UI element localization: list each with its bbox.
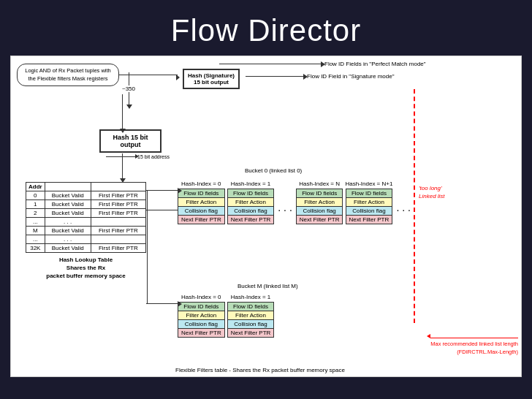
bucket-m-label: Bucket M (linked list M) — [238, 283, 298, 289]
bottom-filter-group: Hash-Index = 0 Flow ID fields Filter Act… — [178, 294, 274, 338]
flow-id-perfect-label: Flow ID Fields in "Perfect Match mode" — [324, 61, 426, 67]
bucket0-label: Bucket 0 (linked list 0) — [245, 167, 302, 174]
hash-sig-box: Hash (Signature) 15 bit output — [183, 69, 240, 89]
flexible-label: Flexible Filters table - Shares the Rx p… — [175, 367, 345, 373]
hash-lookup-table: Addr 0Bucket ValidFirst Filter PTR 1Buck… — [26, 180, 146, 281]
red-dashed-line — [414, 89, 415, 323]
slide-title: Flow Director — [171, 13, 361, 48]
arrow-350: ~350 — [122, 72, 135, 105]
350-label: ~350 — [122, 86, 135, 92]
too-long-label: 'too long' Linked list — [419, 184, 445, 200]
main-diagram: Flow ID Fields in "Perfect Match mode" H… — [10, 56, 522, 377]
15bit-label: 15 bit address — [137, 154, 170, 159]
hash-table-title: Hash Lookup Table Shares the Rx packet b… — [26, 256, 146, 281]
top-filter-group: Hash-Index = 0 Flow ID fields Filter Act… — [178, 180, 412, 224]
flow-id-sig-label: Flow ID Field in "Signature mode" — [307, 73, 395, 80]
hash-main-box: Hash 15 bit output 15 bit address — [91, 129, 170, 159]
flow-id-area: Flow ID Fields in "Perfect Match mode" H… — [175, 61, 515, 89]
max-rec-label: Max recommended linked list length (FDIR… — [430, 341, 518, 356]
logic-box: Logic AND of Rx Packet tuples with the F… — [17, 64, 119, 86]
